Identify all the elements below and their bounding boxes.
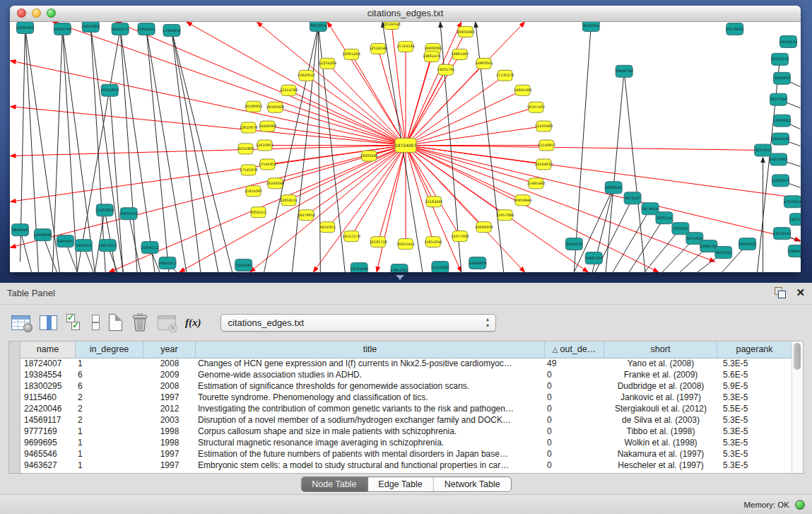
table-cell[interactable]: 1 [76,426,143,437]
table-cell[interactable]: 2003 [143,414,196,426]
graph-edge[interactable] [406,146,800,241]
table-cell[interactable]: Estimation of significance thresholds fo… [196,380,545,392]
graph-edge[interactable] [129,214,141,272]
table-cell[interactable]: 6 [76,369,143,380]
graph-edge[interactable] [90,26,123,272]
splitter-handle[interactable] [396,275,404,280]
table-cell[interactable]: 1 [76,448,143,460]
table-cell[interactable]: 5.3E-5 [717,437,792,448]
table-cell[interactable]: 0 [545,460,604,471]
table-cell[interactable]: 2012 [143,403,196,414]
table-cell[interactable]: Yano et al. (2008) [604,358,717,369]
table-cell[interactable]: Nakamura et al. (1997) [604,448,717,460]
graph-edge[interactable] [645,228,681,272]
tab-node-table[interactable]: Node Table [301,477,367,491]
table-cell[interactable]: 0 [545,448,604,460]
select-all-button[interactable]: ✓✓ [66,314,82,331]
table-cell[interactable]: 5.3E-5 [717,414,792,426]
table-cell[interactable]: 9115460 [20,392,76,403]
column-header-short[interactable]: short [604,341,717,358]
close-panel-icon[interactable]: ✕ [796,287,805,298]
table-cell[interactable]: 2008 [143,380,196,392]
table-row[interactable]: 2242004622012Investigating the contribut… [20,403,792,414]
table-cell[interactable]: 9699695 [20,437,76,448]
close-window-icon[interactable] [17,8,26,18]
table-cell[interactable]: 5.3E-5 [717,460,792,471]
table-cell[interactable]: 1997 [143,460,196,471]
graph-edge[interactable] [292,25,318,272]
table-cell[interactable]: 9777169 [20,426,76,437]
table-cell[interactable]: 1997 [143,448,196,460]
graph-edge[interactable] [377,146,406,272]
table-cell[interactable]: Estimation of the future numbers of pati… [196,448,545,460]
table-selector-dropdown[interactable]: citations_edges.txt ▲▼ [220,314,496,332]
clear-selection-button[interactable] [91,314,100,331]
table-cell[interactable]: Tourette syndrome. Phenomenology and cla… [196,392,545,403]
table-cell[interactable]: 19384554 [20,369,76,380]
table-cell[interactable]: Stergiakouli et al. (2012) [604,403,717,414]
graph-edge[interactable] [624,71,645,272]
table-cell[interactable]: 14569117 [20,414,76,426]
column-header-in-degree[interactable]: in_degree [76,341,143,358]
table-row[interactable]: 911546021997Tourette syndrome. Phenomeno… [20,392,792,403]
table-cell[interactable]: 2009 [143,369,196,380]
table-row[interactable]: 1872400712008Changes of HCN gene express… [20,358,792,369]
table-cell[interactable]: Jankovic et al. (1997) [604,392,717,403]
graph-edge[interactable] [11,61,406,146]
table-cell[interactable]: 22420046 [20,403,76,414]
graph-edge[interactable] [90,26,105,272]
table-cell[interactable]: 0 [545,426,604,437]
graph-edge[interactable] [406,70,446,146]
delete-table-button[interactable] [158,315,176,330]
table-row[interactable]: 977716911998Corpus callosum shape and si… [20,426,792,437]
scrollbar-thumb[interactable] [794,343,801,370]
table-cell[interactable]: 0 [545,437,604,448]
minimize-window-icon[interactable] [32,8,41,18]
table-cell[interactable]: 1998 [143,426,196,437]
graph-edge[interactable] [11,107,406,146]
network-window-titlebar[interactable]: citations_edges.txt [10,6,801,22]
delete-button[interactable] [131,313,148,332]
column-header-out-degree[interactable]: △out_de… [545,341,604,358]
table-cell[interactable]: Tibbo et al. (1998) [604,426,717,437]
float-panel-icon[interactable] [775,287,786,298]
table-cell[interactable]: 1 [76,437,143,448]
table-row[interactable]: 946554611997Estimation of the future num… [20,448,792,460]
table-cell[interactable]: 5.3E-5 [717,448,792,460]
table-cell[interactable]: 5.9E-5 [717,380,792,392]
table-row[interactable]: 946362711997Embryonic stem cells: a mode… [20,460,792,471]
table-cell[interactable]: 18300295 [20,380,76,392]
column-header-name[interactable]: name [20,341,76,358]
table-cell[interactable]: 5.3E-5 [717,392,792,403]
table-settings-button[interactable] [11,315,30,330]
table-cell[interactable]: 0 [545,403,604,414]
graph-edge[interactable] [180,146,406,272]
tab-network-table[interactable]: Network Table [434,477,511,491]
table-cell[interactable]: Hescheler et al. (1997) [604,460,717,471]
graph-edge[interactable] [313,146,406,272]
graph-edge[interactable] [406,76,505,146]
table-cell[interactable]: 2 [76,392,143,403]
graph-edge[interactable] [406,146,800,199]
table-cell[interactable]: 2008 [143,358,196,369]
table-cell[interactable]: Genome-wide association studies in ADHD. [196,369,545,380]
table-cell[interactable]: 5.5E-5 [717,403,792,414]
graph-edge[interactable] [406,146,763,151]
table-cell[interactable]: 2 [76,414,143,426]
graph-edge[interactable] [257,22,406,146]
table-cell[interactable]: 6 [76,380,143,392]
table-scrollbar[interactable] [792,341,803,473]
zoom-window-icon[interactable] [47,8,56,18]
table-row[interactable]: 1938455462009Genome-wide association stu… [20,369,792,380]
graph-edge[interactable] [574,25,591,272]
table-cell[interactable]: Corpus callosum shape and size in male p… [196,426,545,437]
table-cell[interactable]: 5.3E-5 [717,426,792,437]
table-cell[interactable]: 9463627 [20,460,76,471]
table-cell[interactable]: Changes of HCN gene expression and I(f) … [196,358,545,369]
table-cell[interactable]: Franke et al. (2009) [604,369,717,380]
table-cell[interactable]: 2 [76,403,143,414]
table-cell[interactable]: 0 [545,414,604,426]
graph-edge[interactable] [606,71,624,272]
table-cell[interactable]: 49 [545,358,604,369]
function-button[interactable]: f(x) [185,317,201,329]
